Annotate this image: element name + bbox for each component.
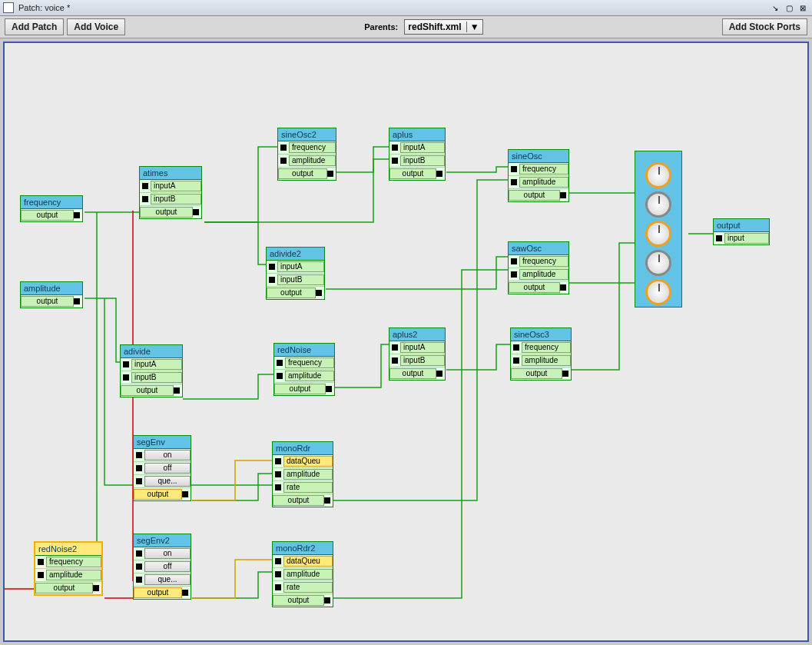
port-in-icon[interactable] <box>275 584 281 590</box>
port-in-icon[interactable] <box>392 357 398 364</box>
port-in-icon[interactable] <box>136 465 142 471</box>
node-amplitude[interactable]: amplitude output <box>20 281 83 308</box>
close-icon[interactable]: ⊠ <box>797 2 809 13</box>
port-in-icon[interactable] <box>513 357 519 364</box>
port-out-icon[interactable] <box>74 298 80 304</box>
node-title: monoRdr2 <box>273 542 333 555</box>
port-in-icon[interactable] <box>511 271 517 278</box>
node-sineOsc[interactable]: sineOsc frequency amplitude output <box>508 149 569 202</box>
btn-que[interactable]: que... <box>144 574 191 585</box>
node-redNoise2[interactable]: redNoise2 frequency amplitude output <box>34 541 103 596</box>
add-patch-button[interactable]: Add Patch <box>5 18 64 35</box>
port-out-icon[interactable] <box>436 371 442 377</box>
port-in-icon[interactable] <box>136 564 142 570</box>
title-bar[interactable]: Patch: voice * ↘ ▢ ⊠ <box>0 0 812 16</box>
port-in-icon[interactable] <box>511 258 517 264</box>
port-out-icon[interactable] <box>560 284 566 291</box>
node-monoRdr2[interactable]: monoRdr2 dataQueu amplitude rate output <box>272 541 333 607</box>
port-in-icon[interactable] <box>511 166 517 172</box>
port-input: input <box>724 233 769 244</box>
port-in-icon[interactable] <box>275 484 281 490</box>
port-out-icon[interactable] <box>182 491 188 497</box>
port-in-icon[interactable] <box>38 559 44 565</box>
port-in-icon[interactable] <box>511 179 517 185</box>
port-in-icon[interactable] <box>513 344 519 351</box>
node-sineOsc3[interactable]: sineOsc3 frequency amplitude output <box>510 327 572 381</box>
port-in-icon[interactable] <box>392 344 398 351</box>
maximize-icon[interactable]: ▢ <box>783 2 795 13</box>
node-title: aplus <box>389 128 445 141</box>
btn-off[interactable]: off <box>144 463 191 474</box>
btn-on[interactable]: on <box>144 450 191 460</box>
port-in-icon[interactable] <box>136 478 142 484</box>
node-title: monoRdr <box>273 442 333 455</box>
port-in-icon[interactable] <box>280 158 287 164</box>
node-title: sawOsc <box>509 242 568 255</box>
port-in-icon[interactable] <box>716 235 722 241</box>
port-in-icon[interactable] <box>136 550 142 557</box>
node-output[interactable]: output input <box>713 218 770 245</box>
node-frequency[interactable]: frequency output <box>20 195 83 222</box>
port-out-icon[interactable] <box>560 192 566 198</box>
btn-off[interactable]: off <box>144 561 191 572</box>
knob-icon[interactable] <box>645 162 671 188</box>
port-out-icon[interactable] <box>327 171 333 177</box>
port-inputB: inputB <box>151 194 201 204</box>
node-redNoise[interactable]: redNoise frequency amplitude output <box>273 343 335 396</box>
knob-icon[interactable] <box>645 250 671 276</box>
knob-icon[interactable] <box>645 279 671 305</box>
port-in-icon[interactable] <box>275 571 281 577</box>
add-voice-button[interactable]: Add Voice <box>67 18 125 35</box>
port-in-icon[interactable] <box>275 458 281 464</box>
port-in-icon[interactable] <box>269 277 275 283</box>
btn-on[interactable]: on <box>144 548 191 559</box>
port-out-icon[interactable] <box>174 387 180 394</box>
port-in-icon[interactable] <box>277 373 283 379</box>
port-in-icon[interactable] <box>275 471 281 477</box>
node-title: sineOsc <box>509 150 568 163</box>
port-in-icon[interactable] <box>142 196 148 202</box>
port-rate: rate <box>283 582 333 593</box>
port-out-icon[interactable] <box>324 597 330 603</box>
port-out-icon[interactable] <box>193 209 199 215</box>
knob-icon[interactable] <box>645 191 671 218</box>
port-in-icon[interactable] <box>277 360 283 366</box>
port-in-icon[interactable] <box>136 452 142 458</box>
port-in-icon[interactable] <box>275 558 281 564</box>
node-segEnv[interactable]: segEnv on off que... output <box>133 435 191 501</box>
node-atimes[interactable]: atimes inputA inputB output <box>139 166 202 219</box>
port-in-icon[interactable] <box>280 145 287 151</box>
port-out-icon[interactable] <box>326 386 332 392</box>
port-in-icon[interactable] <box>123 361 129 367</box>
parents-dropdown[interactable]: redShift.xml ▼ <box>404 19 482 35</box>
port-in-icon[interactable] <box>38 572 44 578</box>
port-in-icon[interactable] <box>123 374 129 381</box>
port-in-icon[interactable] <box>269 264 275 270</box>
port-frequency: frequency <box>522 342 571 353</box>
node-monoRdr[interactable]: monoRdr dataQueu amplitude rate output <box>272 441 333 507</box>
btn-que[interactable]: que... <box>144 476 191 487</box>
add-stock-ports-button[interactable]: Add Stock Ports <box>722 18 807 35</box>
port-in-icon[interactable] <box>136 577 142 583</box>
minimize-icon[interactable]: ↘ <box>769 2 781 13</box>
port-out-icon[interactable] <box>93 585 99 591</box>
node-sawOsc[interactable]: sawOsc frequency amplitude output <box>508 241 569 294</box>
port-out-icon[interactable] <box>74 212 80 218</box>
node-adivide2[interactable]: adivide2 inputA inputB output <box>266 247 325 300</box>
port-in-icon[interactable] <box>392 158 398 164</box>
patch-canvas[interactable]: frequency output amplitude output atimes… <box>3 42 809 642</box>
port-out-icon[interactable] <box>324 497 330 504</box>
node-aplus2[interactable]: aplus2 inputA inputB output <box>389 327 446 381</box>
port-in-icon[interactable] <box>142 183 148 189</box>
node-adivide[interactable]: adivide inputA inputB output <box>120 344 183 397</box>
port-out-icon[interactable] <box>436 171 442 177</box>
port-in-icon[interactable] <box>392 145 398 151</box>
node-segEnv2[interactable]: segEnv2 on off que... output <box>133 534 191 600</box>
node-sineOsc2[interactable]: sineOsc2 frequency amplitude output <box>277 128 336 181</box>
port-out-icon[interactable] <box>316 290 322 296</box>
node-mixer[interactable] <box>635 151 682 308</box>
node-aplus[interactable]: aplus inputA inputB output <box>389 128 446 181</box>
port-out-icon[interactable] <box>182 590 188 596</box>
port-out-icon[interactable] <box>562 371 568 377</box>
knob-icon[interactable] <box>645 221 671 247</box>
